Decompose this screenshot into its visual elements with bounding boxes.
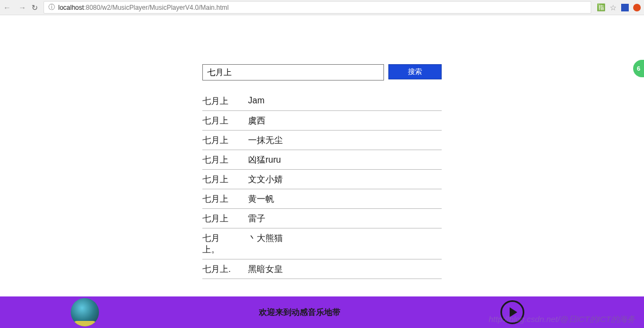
- url-port: :8080: [84, 4, 100, 11]
- player-bar: 欢迎来到动感音乐地带: [0, 296, 644, 328]
- result-row[interactable]: 七月上文文小婧: [202, 170, 442, 189]
- play-icon: [510, 307, 517, 317]
- reload-icon[interactable]: ↻: [32, 3, 38, 12]
- result-row[interactable]: 七月上Jam: [202, 91, 442, 111]
- result-artist: 丶大熊猫: [248, 233, 442, 256]
- result-artist: Jam: [248, 96, 442, 107]
- result-row[interactable]: 七月上雷子: [202, 209, 442, 228]
- result-title: 七月上: [202, 96, 233, 107]
- result-title: 七月上: [202, 115, 233, 127]
- result-title: 七月上: [202, 174, 233, 185]
- result-row[interactable]: 七月上凶猛ruru: [202, 150, 442, 170]
- back-arrow-icon[interactable]: ←: [3, 3, 11, 12]
- translate-icon[interactable]: 🈯: [597, 3, 605, 11]
- result-artist: 黑暗女皇: [248, 264, 442, 275]
- result-title: 七月上: [202, 154, 233, 166]
- result-title: 七月上: [202, 194, 233, 205]
- result-title: 七月上: [202, 213, 233, 225]
- welcome-text: 欢迎来到动感音乐地带: [99, 307, 500, 318]
- result-artist: 一抹无尘: [248, 135, 442, 146]
- result-title: 七月上。: [202, 233, 233, 256]
- floating-badge[interactable]: 6: [632, 59, 644, 78]
- info-icon: ⓘ: [48, 3, 55, 12]
- search-button[interactable]: 搜索: [388, 64, 442, 79]
- result-title: 七月上.: [202, 264, 233, 275]
- play-button[interactable]: [500, 300, 524, 324]
- search-bar: 搜索: [202, 64, 442, 81]
- url-host: localhost: [58, 4, 84, 11]
- avatar[interactable]: [71, 298, 99, 326]
- extension-icon[interactable]: [621, 4, 629, 11]
- url-bar[interactable]: ⓘ localhost:8080/w2/MusicPlayer/MusicPla…: [44, 1, 591, 14]
- url-path: /w2/MusicPlayer/MusicPlayerV4.0/Main.htm…: [100, 4, 228, 11]
- result-row[interactable]: 七月上一抹无尘: [202, 131, 442, 150]
- result-artist: 雷子: [248, 213, 442, 225]
- results-list: 七月上Jam七月上虞西七月上一抹无尘七月上凶猛ruru七月上文文小婧七月上黄一帆…: [202, 91, 442, 279]
- result-title: 七月上: [202, 135, 233, 146]
- badge-text: 6: [637, 65, 640, 72]
- result-row[interactable]: 七月上虞西: [202, 111, 442, 131]
- result-artist: 虞西: [248, 115, 442, 127]
- browser-toolbar: ← → ↻ ⓘ localhost:8080/w2/MusicPlayer/Mu…: [0, 0, 644, 15]
- result-artist: 凶猛ruru: [248, 154, 442, 166]
- result-artist: 黄一帆: [248, 194, 442, 205]
- result-row[interactable]: 七月上黄一帆: [202, 189, 442, 209]
- result-artist: 文文小婧: [248, 174, 442, 185]
- page-body: 搜索 七月上Jam七月上虞西七月上一抹无尘七月上凶猛ruru七月上文文小婧七月上…: [0, 15, 644, 328]
- bookmark-star-icon[interactable]: ☆: [610, 3, 617, 12]
- extension-icon[interactable]: [633, 4, 641, 11]
- forward-arrow-icon[interactable]: →: [18, 3, 26, 12]
- result-row[interactable]: 七月上.黑暗女皇: [202, 259, 442, 279]
- result-row[interactable]: 七月上。丶大熊猫: [202, 228, 442, 259]
- search-input[interactable]: [202, 64, 384, 81]
